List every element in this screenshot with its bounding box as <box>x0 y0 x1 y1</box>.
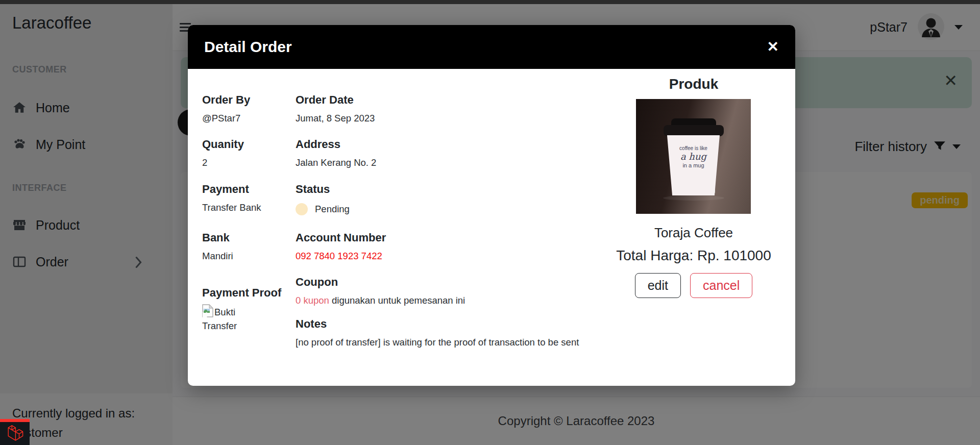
field-order-by: Order By @PStar7 <box>202 93 250 125</box>
field-payment: Payment Transfer Bank <box>202 183 261 214</box>
field-coupon: Coupon 0 kupon digunakan untuk pemesanan… <box>296 276 465 307</box>
app-screen: Laracoffee CUSTOMER Home My Point INTERF… <box>0 0 980 445</box>
cancel-button[interactable]: cancel <box>690 273 752 298</box>
modal-title: Detail Order <box>204 38 292 56</box>
field-address: Address Jalan Kerang No. 2 <box>296 138 376 169</box>
close-icon[interactable]: ✕ <box>767 40 779 54</box>
field-account-number: Account Number 092 7840 1923 7422 <box>296 231 386 263</box>
coffee-cup-graphic: coffee is like a hug in a mug <box>660 118 727 201</box>
product-heading: Produk <box>607 76 780 92</box>
broken-image-icon <box>202 304 213 317</box>
field-notes: Notes [no proof of transfer] is waiting … <box>296 317 581 349</box>
detail-order-modal: Detail Order ✕ Order By @PStar7 Quanity … <box>188 25 795 386</box>
product-image: coffee is like a hug in a mug <box>636 99 751 214</box>
field-quantity: Quanity 2 <box>202 138 244 169</box>
broken-image: Bukti Transfer <box>202 304 258 333</box>
status-pending-dot <box>296 203 308 215</box>
debugbar-toggle[interactable] <box>0 419 30 445</box>
field-payment-proof: Payment Proof Bukti Transfer <box>202 286 281 333</box>
modal-header: Detail Order ✕ <box>188 25 795 69</box>
product-total-price: Total Harga: Rp. 101000 <box>586 248 801 264</box>
field-bank: Bank Mandiri <box>202 231 233 263</box>
edit-button[interactable]: edit <box>635 273 681 298</box>
product-name: Toraja Coffee <box>607 225 780 241</box>
field-order-date: Order Date Jumat, 8 Sep 2023 <box>296 93 375 125</box>
laravel-logo-icon <box>6 424 23 443</box>
field-status: Status Pending <box>296 183 350 216</box>
